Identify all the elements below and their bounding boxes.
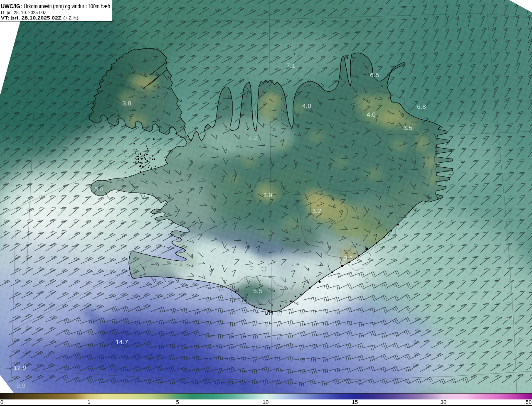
- svg-text:Úrkomumætti (mm) og vindur i 1: Úrkomumætti (mm) og vindur i 100m hæð: [24, 3, 110, 10]
- svg-text:3.2: 3.2: [312, 207, 321, 214]
- svg-text:12.9: 12.9: [14, 364, 26, 371]
- svg-text:0: 0: [0, 399, 3, 405]
- svg-text:1: 1: [87, 399, 90, 405]
- svg-text:5.5: 5.5: [253, 287, 262, 294]
- svg-text:8.2: 8.2: [249, 134, 258, 141]
- svg-text:30: 30: [441, 399, 446, 405]
- svg-text:10: 10: [263, 399, 268, 405]
- svg-text:3.8: 3.8: [122, 100, 131, 107]
- svg-text:5: 5: [176, 399, 179, 405]
- svg-text:15: 15: [352, 399, 358, 405]
- svg-text:50: 50: [526, 399, 532, 405]
- svg-text:8.1: 8.1: [505, 314, 515, 321]
- svg-text:UWC/IG:: UWC/IG:: [1, 2, 22, 10]
- svg-text:3.5: 3.5: [403, 124, 412, 131]
- svg-text:VT: þri. 28.10.2025 02Z: VT: þri. 28.10.2025 02Z: [1, 15, 62, 20]
- svg-text:5.8: 5.8: [94, 186, 103, 193]
- svg-text:14.7: 14.7: [116, 338, 128, 345]
- svg-text:3.9: 3.9: [263, 191, 272, 198]
- svg-text:4.0: 4.0: [302, 102, 311, 109]
- svg-text:(+2 h): (+2 h): [63, 15, 79, 20]
- svg-text:6.5: 6.5: [370, 71, 379, 78]
- svg-text:9.9: 9.9: [16, 382, 25, 389]
- svg-text:3.6: 3.6: [344, 254, 353, 262]
- svg-text:6.8: 6.8: [417, 103, 426, 110]
- svg-text:7.1: 7.1: [286, 62, 296, 69]
- svg-text:IT: þri. 28. 10. 2025 00Z: IT: þri. 28. 10. 2025 00Z: [1, 10, 47, 15]
- svg-text:4.0: 4.0: [367, 111, 376, 118]
